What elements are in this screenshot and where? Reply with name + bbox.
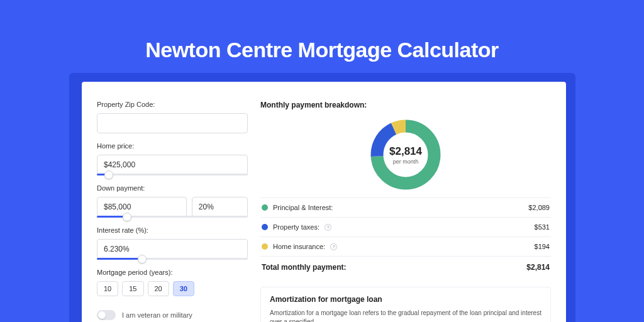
rate-label: Interest rate (%): bbox=[97, 226, 248, 234]
amortization-title: Amortization for mortgage loan bbox=[270, 295, 541, 304]
zip-label: Property Zip Code: bbox=[97, 101, 248, 108]
dot-icon bbox=[262, 243, 268, 250]
down-label: Down payment: bbox=[97, 184, 248, 192]
breakdown-total-row: Total monthly payment: $2,814 bbox=[260, 256, 551, 278]
price-slider-thumb[interactable] bbox=[104, 170, 113, 179]
dot-icon bbox=[262, 224, 268, 230]
period-option-20[interactable]: 20 bbox=[148, 281, 169, 296]
donut-amount: $2,814 bbox=[389, 145, 422, 158]
breakdown-label: Principal & Interest: bbox=[273, 204, 333, 211]
total-label: Total monthly payment: bbox=[262, 263, 346, 272]
total-value: $2,814 bbox=[526, 263, 550, 272]
down-slider[interactable] bbox=[97, 216, 248, 218]
page-title: Newton Centre Mortgage Calculator bbox=[0, 0, 644, 62]
donut-sub: per month bbox=[393, 158, 419, 165]
period-option-15[interactable]: 15 bbox=[122, 281, 143, 296]
veteran-toggle[interactable] bbox=[97, 310, 116, 320]
period-label: Mortgage period (years): bbox=[97, 269, 248, 276]
breakdown-row-taxes: Property taxes: ? $531 bbox=[260, 217, 551, 236]
veteran-label: I am veteran or military bbox=[122, 311, 192, 319]
down-percent-input[interactable] bbox=[192, 197, 248, 217]
period-option-10[interactable]: 10 bbox=[97, 281, 118, 296]
calculator-panel: Property Zip Code: Home price: Down paym… bbox=[82, 82, 566, 322]
breakdown-heading: Monthly payment breakdown: bbox=[260, 101, 551, 109]
period-options: 10 15 20 30 bbox=[97, 281, 248, 296]
inputs-column: Property Zip Code: Home price: Down paym… bbox=[97, 97, 248, 322]
rate-input[interactable] bbox=[97, 239, 248, 259]
payment-donut-chart: $2,814 per month bbox=[368, 117, 443, 192]
zip-input[interactable] bbox=[97, 113, 248, 133]
breakdown-value: $2,089 bbox=[528, 204, 550, 211]
amortization-section: Amortization for mortgage loan Amortizat… bbox=[260, 287, 551, 322]
info-icon[interactable]: ? bbox=[330, 243, 337, 250]
breakdown-label: Home insurance: bbox=[273, 243, 325, 250]
down-slider-thumb[interactable] bbox=[123, 213, 131, 221]
dot-icon bbox=[262, 204, 268, 211]
breakdown-value: $531 bbox=[535, 223, 550, 231]
price-input[interactable] bbox=[97, 155, 248, 175]
breakdown-row-principal: Principal & Interest: $2,089 bbox=[260, 197, 551, 217]
down-amount-input[interactable] bbox=[97, 197, 187, 217]
rate-slider[interactable] bbox=[97, 258, 248, 260]
breakdown-value: $194 bbox=[535, 243, 550, 250]
breakdown-column: Monthly payment breakdown: $2,814 per mo… bbox=[248, 97, 551, 322]
info-icon[interactable]: ? bbox=[325, 224, 331, 231]
period-option-30[interactable]: 30 bbox=[173, 281, 194, 296]
rate-slider-thumb[interactable] bbox=[138, 255, 147, 264]
breakdown-row-insurance: Home insurance: ? $194 bbox=[260, 236, 551, 256]
breakdown-label: Property taxes: bbox=[273, 223, 319, 231]
amortization-text: Amortization for a mortgage loan refers … bbox=[270, 309, 541, 322]
price-slider[interactable] bbox=[97, 174, 248, 175]
price-label: Home price: bbox=[97, 142, 248, 150]
